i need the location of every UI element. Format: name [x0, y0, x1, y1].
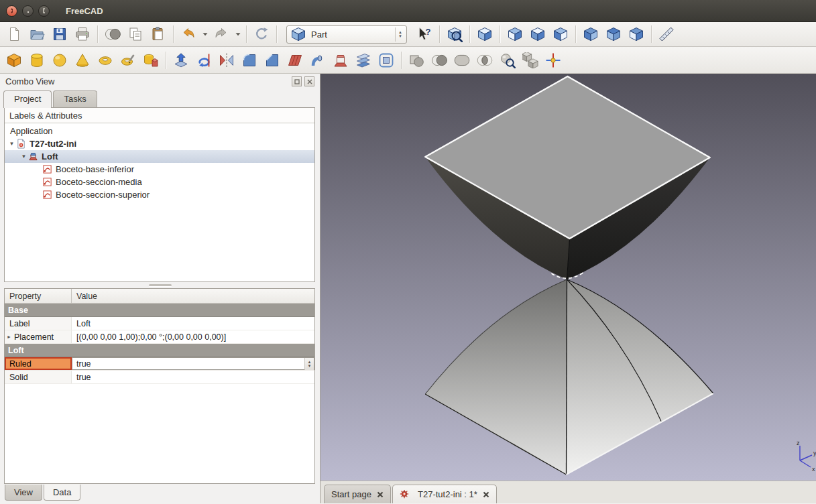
- property-row-placement[interactable]: ►Placement [(0,00 0,00 1,00);0,00 °;(0,0…: [5, 330, 314, 344]
- cylinder-button[interactable]: [25, 50, 48, 70]
- workbench-spinner-icon[interactable]: ▲▼: [395, 27, 405, 42]
- intersection-button[interactable]: [473, 50, 496, 70]
- property-row-solid[interactable]: Solid true: [5, 371, 314, 384]
- panel-splitter[interactable]: [0, 282, 320, 288]
- intersection-icon: [477, 52, 493, 68]
- close-tab-icon[interactable]: [483, 491, 489, 498]
- undo-dropdown-button[interactable]: [200, 24, 210, 44]
- sweep-button[interactable]: [306, 50, 329, 70]
- refresh-button[interactable]: [250, 24, 273, 44]
- open-button[interactable]: [25, 24, 48, 44]
- cut-button[interactable]: [101, 24, 124, 44]
- paste-button[interactable]: [147, 24, 170, 44]
- close-panel-button[interactable]: [304, 76, 314, 86]
- document-tabbar: Start page T27-tut2-ini : 1*: [320, 481, 816, 503]
- tab-view[interactable]: View: [5, 485, 42, 501]
- redo-dropdown-button[interactable]: [233, 24, 243, 44]
- placement-expander-icon[interactable]: ►: [7, 334, 14, 339]
- tab-start-page[interactable]: Start page: [324, 485, 391, 503]
- property-row-ruled[interactable]: Ruled true ▲▼: [5, 357, 314, 371]
- extrude-icon: [173, 52, 189, 68]
- window-minimize-button[interactable]: [22, 5, 34, 17]
- offset-button[interactable]: [375, 50, 398, 70]
- workbench-selector[interactable]: Part ▲▼: [286, 25, 407, 44]
- union-button[interactable]: [451, 50, 473, 70]
- float-panel-button[interactable]: [292, 76, 302, 86]
- mirror-button[interactable]: [215, 50, 238, 70]
- torus-button[interactable]: [94, 50, 117, 70]
- tab-project[interactable]: Project: [3, 90, 52, 108]
- bottom-button[interactable]: [602, 24, 625, 44]
- rear-button[interactable]: [579, 24, 602, 44]
- boolean-button[interactable]: [405, 50, 428, 70]
- paste-icon: [150, 26, 166, 42]
- tree-item-sketch[interactable]: Boceto-seccion-media: [5, 176, 314, 188]
- cone-button[interactable]: [71, 50, 94, 70]
- cross-sections-button[interactable]: [352, 50, 375, 70]
- redo-button[interactable]: [210, 24, 233, 44]
- property-row-label[interactable]: Label Loft: [5, 317, 314, 330]
- combo-view-tabs: Project Tasks: [0, 89, 320, 107]
- expander-down-icon[interactable]: ▼: [19, 153, 28, 160]
- tree-item-application[interactable]: Application: [5, 125, 314, 137]
- tree-item-loft[interactable]: ▼ Loft: [5, 150, 314, 163]
- check-geometry-button[interactable]: [496, 50, 519, 70]
- value-spinner-icon[interactable]: ▲▼: [304, 358, 314, 370]
- shape-builder-button[interactable]: [139, 50, 162, 70]
- chamfer-button[interactable]: [261, 50, 284, 70]
- cut-button[interactable]: [428, 50, 451, 70]
- primitives-button[interactable]: [117, 50, 139, 70]
- fit-all-button[interactable]: [443, 24, 466, 44]
- whats-this-button[interactable]: ?: [413, 24, 436, 44]
- left-button[interactable]: [625, 24, 648, 44]
- rear-icon: [583, 26, 599, 42]
- top-button[interactable]: [526, 24, 549, 44]
- 3d-canvas[interactable]: z y x: [320, 74, 816, 481]
- new-document-button[interactable]: [3, 24, 25, 44]
- copy-icon: [127, 26, 143, 42]
- fillet-button[interactable]: [238, 50, 261, 70]
- migrate-button[interactable]: [542, 50, 565, 70]
- tab-data[interactable]: Data: [44, 485, 80, 501]
- whats-this-icon: ?: [416, 26, 432, 42]
- compound-button[interactable]: [519, 50, 542, 70]
- ruled-surface-button[interactable]: [284, 50, 306, 70]
- box-button[interactable]: [3, 50, 25, 70]
- svg-text:?: ?: [426, 27, 431, 37]
- property-group-loft[interactable]: Loft: [5, 344, 314, 357]
- cylinder-icon: [29, 52, 45, 68]
- 3d-scene[interactable]: z y x: [320, 74, 816, 481]
- close-tab-icon[interactable]: [377, 491, 384, 498]
- combo-view-header: Combo View: [0, 74, 320, 89]
- print-button[interactable]: [71, 24, 94, 44]
- revolve-button[interactable]: [192, 50, 215, 70]
- loft-button[interactable]: [329, 50, 352, 70]
- toolbar-separator: [500, 25, 500, 43]
- redo-icon: [213, 26, 229, 42]
- sweep-icon: [310, 52, 326, 68]
- right-button[interactable]: [549, 24, 572, 44]
- tab-tasks[interactable]: Tasks: [53, 90, 97, 107]
- save-button[interactable]: [48, 24, 71, 44]
- measure-distance-button[interactable]: [655, 24, 678, 44]
- expander-down-icon[interactable]: ▼: [7, 141, 16, 147]
- tree-item-sketch[interactable]: Boceto-base-inferior: [5, 163, 314, 176]
- window-maximize-button[interactable]: [38, 5, 50, 17]
- property-group-base[interactable]: Base: [5, 304, 314, 317]
- axonometric-icon: [477, 26, 493, 42]
- front-button[interactable]: [504, 24, 526, 44]
- tab-active-document[interactable]: T27-tut2-ini : 1*: [392, 485, 497, 503]
- window-close-button[interactable]: [6, 5, 17, 17]
- tree-item-sketch[interactable]: Boceto-seccion-superior: [5, 188, 314, 201]
- axonometric-button[interactable]: [473, 24, 496, 44]
- axis-x-label: x: [812, 466, 815, 472]
- undo-button[interactable]: [177, 24, 200, 44]
- union-icon: [454, 52, 470, 68]
- ruled-value-editor[interactable]: true ▲▼: [72, 357, 314, 370]
- property-editor: Property Value Base Label Loft ►Placemen…: [4, 288, 315, 484]
- tree-item-document[interactable]: ▼ T27-tut2-ini: [5, 137, 314, 150]
- sphere-button[interactable]: [48, 50, 71, 70]
- extrude-button[interactable]: [170, 50, 192, 70]
- axis-y-label: y: [813, 450, 816, 456]
- copy-button[interactable]: [124, 24, 147, 44]
